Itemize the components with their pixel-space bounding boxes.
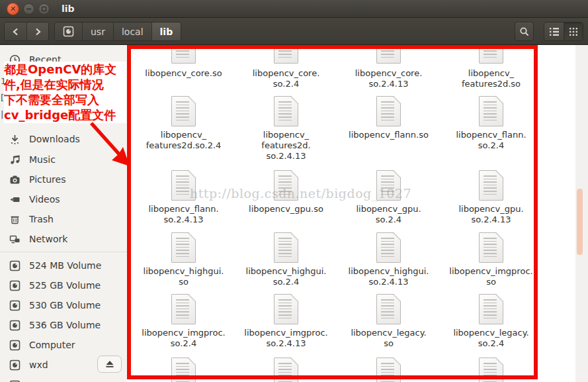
sidebar-item-computer[interactable]: Computer bbox=[0, 337, 127, 353]
sidebar-item-label: Music bbox=[29, 154, 56, 165]
sidebar-item-videos[interactable]: Videos bbox=[0, 191, 127, 207]
annotation-text: 都是OpenCV的库文 件,但是在实际情况 下不需要全部写入 cv_bridge… bbox=[4, 62, 126, 123]
drive-icon bbox=[9, 359, 21, 371]
video-icon bbox=[9, 194, 21, 205]
drive-icon bbox=[9, 260, 21, 271]
minimize-button[interactable]: − bbox=[23, 3, 34, 15]
search-button[interactable] bbox=[515, 22, 534, 41]
camera-icon bbox=[9, 174, 21, 185]
sidebar-item-network[interactable]: Network bbox=[0, 231, 127, 247]
drive-icon bbox=[9, 340, 21, 351]
covered-item-fragment: [ bbox=[1, 93, 4, 103]
forward-icon bbox=[33, 27, 42, 36]
file-manager-window: ✕ − lib usr local lib bbox=[0, 0, 588, 382]
sidebar-item-label: 536 GB Volume bbox=[29, 320, 101, 330]
highlight-rectangle bbox=[127, 45, 538, 379]
eject-button[interactable] bbox=[97, 356, 122, 373]
breadcrumb-segment-lib[interactable]: lib bbox=[151, 23, 181, 40]
scrollbar-thumb[interactable] bbox=[577, 189, 583, 255]
trash-icon bbox=[9, 214, 21, 225]
sidebar-volume-536gb[interactable]: 536 GB Volume bbox=[0, 317, 127, 333]
sidebar-item-label: Network bbox=[29, 234, 67, 244]
toolbar: usr local lib bbox=[0, 18, 588, 45]
sidebar-item-label: Pictures bbox=[29, 174, 65, 185]
music-icon bbox=[9, 154, 21, 166]
network-icon bbox=[9, 234, 21, 245]
maximize-button[interactable] bbox=[38, 3, 50, 15]
sidebar-item-label: Videos bbox=[29, 194, 60, 205]
sidebar-volume-524mb[interactable]: 524 MB Volume bbox=[0, 258, 127, 273]
list-view-button[interactable] bbox=[544, 23, 564, 40]
window-title: lib bbox=[62, 3, 75, 14]
eject-icon bbox=[105, 360, 114, 368]
sidebar-volume-525gb[interactable]: 525 GB Volume bbox=[0, 277, 127, 293]
breadcrumb: usr local lib bbox=[54, 22, 181, 41]
sidebar-item-label: 525 GB Volume bbox=[29, 280, 101, 291]
sidebar-item-connect-to-server[interactable]: Connect to Server bbox=[0, 377, 127, 382]
forward-button[interactable] bbox=[26, 23, 48, 40]
drive-icon bbox=[9, 300, 21, 311]
breadcrumb-root-button[interactable] bbox=[55, 23, 82, 40]
sidebar-item-label: 530 GB Volume bbox=[29, 300, 101, 310]
list-view-icon bbox=[549, 27, 560, 36]
back-icon bbox=[11, 27, 21, 36]
sidebar-item-label: Downloads bbox=[29, 134, 80, 144]
covered-item-fragment: | bbox=[1, 109, 3, 119]
breadcrumb-segment-usr[interactable]: usr bbox=[82, 23, 113, 40]
sidebar-item-trash[interactable]: Trash bbox=[0, 211, 127, 227]
annotation-arrow bbox=[78, 118, 139, 175]
close-button[interactable]: ✕ bbox=[7, 3, 19, 15]
drive-icon bbox=[9, 280, 21, 291]
titlebar: ✕ − lib bbox=[0, 0, 588, 18]
drive-icon bbox=[63, 26, 74, 37]
grid-view-button[interactable] bbox=[564, 23, 583, 40]
covered-item-fragment: 1 bbox=[1, 76, 6, 86]
sidebar-volume-530gb[interactable]: 530 GB Volume bbox=[0, 297, 127, 313]
sidebar-item-label: wxd bbox=[29, 359, 48, 370]
drive-icon bbox=[9, 380, 21, 382]
nav-buttons bbox=[4, 22, 49, 41]
search-icon bbox=[519, 26, 530, 37]
sidebar-item-label: Trash bbox=[29, 214, 54, 224]
sidebar-item-label: 524 MB Volume bbox=[29, 260, 101, 271]
scrollbar-track[interactable] bbox=[575, 45, 588, 382]
breadcrumb-segment-local[interactable]: local bbox=[113, 23, 151, 40]
download-icon bbox=[9, 134, 21, 145]
grid-view-icon bbox=[569, 27, 578, 36]
sidebar-divider bbox=[0, 252, 127, 252]
view-toggle bbox=[544, 22, 583, 41]
maximize-icon bbox=[42, 7, 46, 11]
back-button[interactable] bbox=[5, 23, 26, 40]
sidebar-item-label: Computer bbox=[29, 340, 75, 350]
drive-icon bbox=[9, 320, 21, 331]
